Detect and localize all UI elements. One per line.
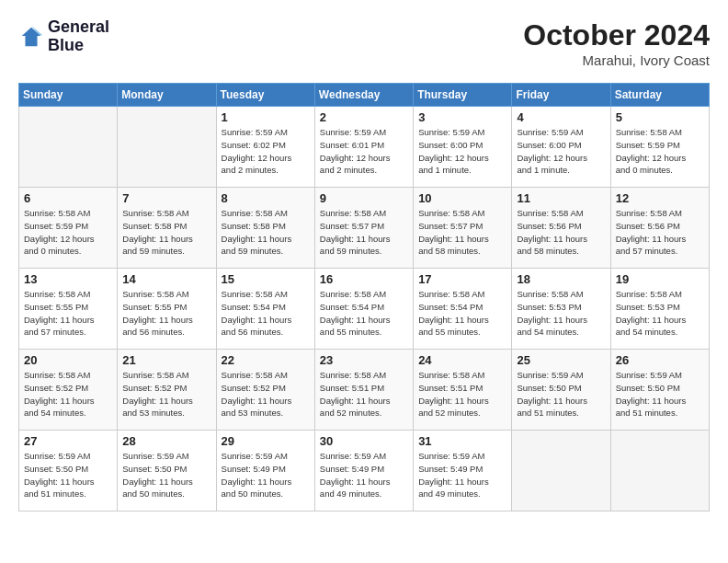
weekday-header: Tuesday xyxy=(216,84,314,107)
day-detail: Sunrise: 5:58 AM Sunset: 5:52 PM Dayligh… xyxy=(24,369,112,419)
day-number: 2 xyxy=(320,110,408,124)
day-detail: Sunrise: 5:59 AM Sunset: 5:49 PM Dayligh… xyxy=(418,450,506,500)
day-detail: Sunrise: 5:58 AM Sunset: 5:58 PM Dayligh… xyxy=(122,207,210,258)
calendar-cell: 9Sunrise: 5:58 AM Sunset: 5:57 PM Daylig… xyxy=(314,188,413,269)
calendar-cell: 25Sunrise: 5:59 AM Sunset: 5:50 PM Dayli… xyxy=(512,350,610,431)
calendar-cell: 24Sunrise: 5:58 AM Sunset: 5:51 PM Dayli… xyxy=(414,350,512,431)
day-detail: Sunrise: 5:58 AM Sunset: 5:51 PM Dayligh… xyxy=(320,369,408,419)
day-number: 13 xyxy=(24,272,112,286)
month-title: October 2024 xyxy=(523,18,710,52)
day-detail: Sunrise: 5:58 AM Sunset: 5:55 PM Dayligh… xyxy=(122,288,210,339)
calendar-cell: 4Sunrise: 5:59 AM Sunset: 6:00 PM Daylig… xyxy=(512,107,610,188)
calendar-cell: 27Sunrise: 5:59 AM Sunset: 5:50 PM Dayli… xyxy=(19,431,118,511)
calendar-cell: 15Sunrise: 5:58 AM Sunset: 5:54 PM Dayli… xyxy=(216,269,314,350)
calendar-cell: 31Sunrise: 5:59 AM Sunset: 5:49 PM Dayli… xyxy=(414,431,512,511)
day-number: 25 xyxy=(517,353,605,367)
day-detail: Sunrise: 5:59 AM Sunset: 6:00 PM Dayligh… xyxy=(517,126,605,177)
day-detail: Sunrise: 5:58 AM Sunset: 5:54 PM Dayligh… xyxy=(320,288,408,339)
day-number: 8 xyxy=(222,191,310,205)
day-number: 11 xyxy=(517,191,605,205)
calendar-cell: 1Sunrise: 5:59 AM Sunset: 6:02 PM Daylig… xyxy=(216,107,314,188)
day-detail: Sunrise: 5:59 AM Sunset: 5:50 PM Dayligh… xyxy=(517,369,605,419)
weekday-header: Sunday xyxy=(19,84,118,107)
svg-marker-0 xyxy=(22,28,41,47)
day-number: 28 xyxy=(122,434,210,448)
day-detail: Sunrise: 5:58 AM Sunset: 5:51 PM Dayligh… xyxy=(418,369,506,419)
day-number: 7 xyxy=(122,191,210,205)
day-number: 4 xyxy=(517,110,605,124)
day-number: 22 xyxy=(222,353,310,367)
day-detail: Sunrise: 5:58 AM Sunset: 5:53 PM Dayligh… xyxy=(517,288,605,339)
day-number: 9 xyxy=(320,191,408,205)
calendar-cell: 19Sunrise: 5:58 AM Sunset: 5:53 PM Dayli… xyxy=(610,269,709,350)
day-number: 3 xyxy=(418,110,506,124)
day-detail: Sunrise: 5:58 AM Sunset: 5:52 PM Dayligh… xyxy=(222,369,310,419)
day-number: 27 xyxy=(24,434,112,448)
day-detail: Sunrise: 5:58 AM Sunset: 5:57 PM Dayligh… xyxy=(418,207,506,258)
day-detail: Sunrise: 5:59 AM Sunset: 5:50 PM Dayligh… xyxy=(616,369,704,419)
day-number: 5 xyxy=(616,110,704,124)
logo: General Blue xyxy=(18,18,109,55)
day-number: 10 xyxy=(418,191,506,205)
day-detail: Sunrise: 5:59 AM Sunset: 6:02 PM Dayligh… xyxy=(222,126,310,177)
day-number: 12 xyxy=(616,191,704,205)
title-block: October 2024 Marahui, Ivory Coast xyxy=(523,18,710,68)
day-detail: Sunrise: 5:59 AM Sunset: 5:49 PM Dayligh… xyxy=(320,450,408,500)
day-detail: Sunrise: 5:58 AM Sunset: 5:54 PM Dayligh… xyxy=(222,288,310,339)
day-detail: Sunrise: 5:58 AM Sunset: 5:53 PM Dayligh… xyxy=(616,288,704,339)
weekday-header: Monday xyxy=(118,84,216,107)
calendar-cell: 3Sunrise: 5:59 AM Sunset: 6:00 PM Daylig… xyxy=(414,107,512,188)
day-number: 24 xyxy=(418,353,506,367)
day-number: 14 xyxy=(122,272,210,286)
day-detail: Sunrise: 5:58 AM Sunset: 5:52 PM Dayligh… xyxy=(122,369,210,419)
day-detail: Sunrise: 5:58 AM Sunset: 5:56 PM Dayligh… xyxy=(517,207,605,258)
calendar-cell: 21Sunrise: 5:58 AM Sunset: 5:52 PM Dayli… xyxy=(118,350,216,431)
calendar-cell xyxy=(512,431,610,511)
day-detail: Sunrise: 5:58 AM Sunset: 5:59 PM Dayligh… xyxy=(24,207,112,258)
calendar-cell: 29Sunrise: 5:59 AM Sunset: 5:49 PM Dayli… xyxy=(216,431,314,511)
day-detail: Sunrise: 5:59 AM Sunset: 5:50 PM Dayligh… xyxy=(24,450,112,500)
day-number: 16 xyxy=(320,272,408,286)
calendar-cell: 26Sunrise: 5:59 AM Sunset: 5:50 PM Dayli… xyxy=(610,350,709,431)
day-detail: Sunrise: 5:58 AM Sunset: 5:59 PM Dayligh… xyxy=(616,126,704,177)
calendar-cell: 14Sunrise: 5:58 AM Sunset: 5:55 PM Dayli… xyxy=(118,269,216,350)
calendar-cell: 18Sunrise: 5:58 AM Sunset: 5:53 PM Dayli… xyxy=(512,269,610,350)
day-detail: Sunrise: 5:58 AM Sunset: 5:58 PM Dayligh… xyxy=(222,207,310,258)
calendar-cell: 6Sunrise: 5:58 AM Sunset: 5:59 PM Daylig… xyxy=(19,188,118,269)
day-detail: Sunrise: 5:58 AM Sunset: 5:54 PM Dayligh… xyxy=(418,288,506,339)
day-number: 31 xyxy=(418,434,506,448)
day-detail: Sunrise: 5:59 AM Sunset: 6:00 PM Dayligh… xyxy=(418,126,506,177)
calendar-cell xyxy=(19,107,118,188)
day-detail: Sunrise: 5:59 AM Sunset: 6:01 PM Dayligh… xyxy=(320,126,408,177)
calendar-cell: 10Sunrise: 5:58 AM Sunset: 5:57 PM Dayli… xyxy=(414,188,512,269)
page-header: General Blue October 2024 Marahui, Ivory… xyxy=(18,18,710,68)
day-number: 20 xyxy=(24,353,112,367)
day-detail: Sunrise: 5:59 AM Sunset: 5:50 PM Dayligh… xyxy=(122,450,210,500)
calendar-cell: 30Sunrise: 5:59 AM Sunset: 5:49 PM Dayli… xyxy=(314,431,413,511)
day-detail: Sunrise: 5:59 AM Sunset: 5:49 PM Dayligh… xyxy=(222,450,310,500)
calendar-cell: 20Sunrise: 5:58 AM Sunset: 5:52 PM Dayli… xyxy=(19,350,118,431)
logo-icon xyxy=(18,24,44,50)
calendar-cell: 12Sunrise: 5:58 AM Sunset: 5:56 PM Dayli… xyxy=(610,188,709,269)
calendar-cell: 13Sunrise: 5:58 AM Sunset: 5:55 PM Dayli… xyxy=(19,269,118,350)
weekday-header: Wednesday xyxy=(314,84,413,107)
day-number: 30 xyxy=(320,434,408,448)
calendar-cell xyxy=(118,107,216,188)
calendar-cell: 23Sunrise: 5:58 AM Sunset: 5:51 PM Dayli… xyxy=(314,350,413,431)
calendar-cell: 7Sunrise: 5:58 AM Sunset: 5:58 PM Daylig… xyxy=(118,188,216,269)
location: Marahui, Ivory Coast xyxy=(523,52,710,68)
logo-text: General Blue xyxy=(48,18,109,55)
day-number: 23 xyxy=(320,353,408,367)
day-detail: Sunrise: 5:58 AM Sunset: 5:56 PM Dayligh… xyxy=(616,207,704,258)
calendar-cell: 11Sunrise: 5:58 AM Sunset: 5:56 PM Dayli… xyxy=(512,188,610,269)
calendar-cell: 22Sunrise: 5:58 AM Sunset: 5:52 PM Dayli… xyxy=(216,350,314,431)
day-number: 6 xyxy=(24,191,112,205)
weekday-header: Thursday xyxy=(414,84,512,107)
weekday-header: Friday xyxy=(512,84,610,107)
day-number: 19 xyxy=(616,272,704,286)
day-number: 18 xyxy=(517,272,605,286)
calendar-table: SundayMondayTuesdayWednesdayThursdayFrid… xyxy=(18,83,710,511)
calendar-cell xyxy=(610,431,709,511)
day-number: 21 xyxy=(122,353,210,367)
day-detail: Sunrise: 5:58 AM Sunset: 5:57 PM Dayligh… xyxy=(320,207,408,258)
